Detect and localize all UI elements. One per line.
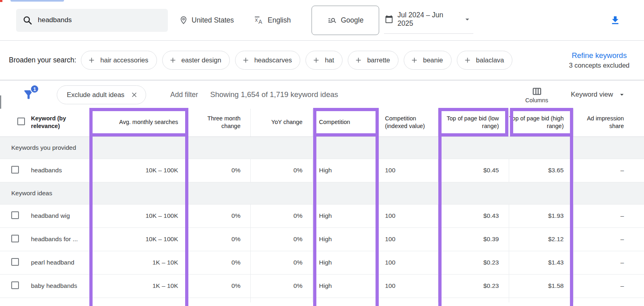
row-checkbox[interactable]: [11, 281, 19, 289]
competition-indexed-cell: 100: [378, 204, 438, 227]
concepts-excluded-note: 3 concepts excluded: [569, 62, 630, 69]
three-month-change-cell: 0%: [188, 251, 250, 274]
chip-label: barrette: [367, 56, 390, 64]
avg-monthly-searches-cell: 10K – 100K: [89, 204, 188, 227]
language-label: English: [268, 16, 291, 25]
avg-monthly-searches-cell: 1K – 10K: [89, 251, 188, 274]
chip-label: headscarves: [254, 56, 292, 64]
row-checkbox[interactable]: [11, 166, 19, 174]
columns-icon: [532, 86, 542, 97]
bid-low-cell: $0.45: [438, 159, 509, 182]
filter-button[interactable]: 1: [22, 88, 35, 101]
col-header-bid-high[interactable]: Top of page bid (high range): [509, 109, 574, 136]
broaden-chip-hair-accessories[interactable]: hair accessories: [81, 51, 157, 70]
avg-monthly-searches-cell: 10K – 100K: [89, 227, 188, 251]
table-row: headbands 10K – 100K 0% 0% High 100 $0.4…: [0, 159, 644, 182]
date-range-selector[interactable]: Jul 2024 – Jun 2025: [384, 7, 473, 34]
broaden-chip-hat[interactable]: hat: [305, 51, 343, 70]
bid-low-cell: $0.23: [438, 251, 509, 274]
chip-label: beanie: [423, 56, 443, 64]
location-selector[interactable]: United States: [179, 15, 234, 25]
search-input-value: headbands: [38, 16, 72, 24]
col-header-three-month-change[interactable]: Three month change: [188, 109, 250, 136]
table-row: pearl headband 1K – 10K 0% 0% High 100 $…: [0, 251, 644, 274]
select-all-checkbox[interactable]: [17, 118, 25, 125]
download-icon: [610, 15, 621, 26]
section-band-row: Keywords you provided: [0, 136, 644, 159]
col-header-yoy-change[interactable]: YoY change: [250, 109, 312, 136]
manage-search-icon: [328, 16, 337, 25]
refine-keywords-link[interactable]: Refine keywords: [569, 51, 630, 60]
keyword-search-input[interactable]: headbands: [16, 9, 168, 32]
bid-high-cell: $1.93: [509, 204, 574, 227]
row-checkbox[interactable]: [11, 211, 19, 219]
bid-high-cell: $1.58: [509, 274, 574, 298]
partial-row: [0, 298, 644, 302]
broaden-search-bar: Broaden your search: hair accessories ea…: [0, 41, 644, 81]
bid-low-cell: $0.43: [438, 204, 509, 227]
competition-indexed-cell: 100: [378, 227, 438, 251]
calendar-icon: [385, 15, 393, 23]
competition-cell: High: [312, 204, 378, 227]
bid-high-cell: $3.65: [509, 159, 574, 182]
view-selector[interactable]: Keyword view: [571, 91, 626, 99]
row-checkbox[interactable]: [11, 258, 19, 266]
location-label: United States: [192, 16, 234, 25]
chip-label: hair accessories: [100, 56, 148, 64]
col-header-competition[interactable]: Competition: [312, 109, 378, 136]
broaden-chip-barrette[interactable]: barrette: [348, 51, 398, 70]
competition-indexed-cell: 100: [378, 251, 438, 274]
yoy-change-cell: 0%: [250, 227, 312, 251]
ad-impression-share-cell: –: [574, 227, 644, 251]
broaden-chip-balaclava[interactable]: balaclava: [457, 51, 513, 70]
refine-keywords-block: Refine keywords 3 concepts excluded: [569, 51, 630, 69]
keyword-cell: headbands for ...: [31, 227, 89, 251]
svg-text:x: x: [255, 16, 258, 23]
col-header-keyword[interactable]: Keyword (by relevance): [31, 109, 89, 136]
yoy-change-cell: 0%: [250, 159, 312, 182]
filter-count-badge: 1: [30, 85, 39, 93]
section-band-row: Keyword ideas: [0, 182, 644, 204]
download-button[interactable]: [610, 15, 621, 26]
exclude-adult-ideas-chip[interactable]: Exclude adult ideas: [57, 85, 146, 104]
col-header-avg-monthly-searches[interactable]: Avg. monthly searches: [89, 109, 188, 136]
add-filter-button[interactable]: Add filter: [170, 91, 198, 99]
competition-indexed-cell: 100: [378, 159, 438, 182]
date-range-label: Jul 2024 – Jun 2025: [397, 11, 459, 28]
chip-label: balaclava: [476, 56, 504, 64]
language-selector[interactable]: x A English: [254, 15, 291, 25]
plus-icon: [312, 56, 320, 64]
ad-impression-share-cell: –: [574, 274, 644, 298]
avg-monthly-searches-cell: 10K – 100K: [89, 159, 188, 182]
broaden-chip-beanie[interactable]: beanie: [404, 51, 452, 70]
table-header-row: Keyword (by relevance) Avg. monthly sear…: [0, 109, 644, 136]
network-label: Google: [341, 16, 363, 25]
chevron-down-icon: [618, 91, 626, 99]
broaden-chip-headscarves[interactable]: headscarves: [235, 51, 301, 70]
network-selector[interactable]: Google: [312, 6, 379, 35]
three-month-change-cell: 0%: [188, 204, 250, 227]
broaden-chip-easter-design[interactable]: easter design: [162, 51, 230, 70]
plus-icon: [355, 56, 362, 64]
plus-icon: [169, 56, 177, 64]
plus-icon: [88, 56, 95, 64]
col-header-bid-low[interactable]: Top of page bid (low range): [438, 109, 509, 136]
close-icon[interactable]: [131, 91, 138, 98]
translate-icon: x A: [254, 15, 264, 25]
plus-icon: [242, 56, 250, 64]
competition-cell: High: [312, 251, 378, 274]
avg-monthly-searches-cell: 1K – 10K: [89, 274, 188, 298]
location-pin-icon: [179, 15, 188, 25]
bid-low-cell: $0.39: [438, 227, 509, 251]
search-icon: [23, 15, 33, 25]
row-checkbox[interactable]: [11, 235, 19, 242]
ad-impression-share-cell: –: [574, 204, 644, 227]
exclude-chip-label: Exclude adult ideas: [67, 91, 124, 99]
table-row: headband wig 10K – 100K 0% 0% High 100 $…: [0, 204, 644, 227]
filter-toolbar: 1 Exclude adult ideas Add filter Showing…: [0, 81, 644, 109]
col-header-competition-indexed[interactable]: Competition (indexed value): [378, 109, 438, 136]
col-header-ad-impression-share[interactable]: Ad impression share: [574, 109, 644, 136]
browser-chrome-artifact-red: [0, 0, 2, 2]
columns-label: Columns: [525, 97, 548, 103]
columns-button[interactable]: Columns: [525, 86, 548, 103]
